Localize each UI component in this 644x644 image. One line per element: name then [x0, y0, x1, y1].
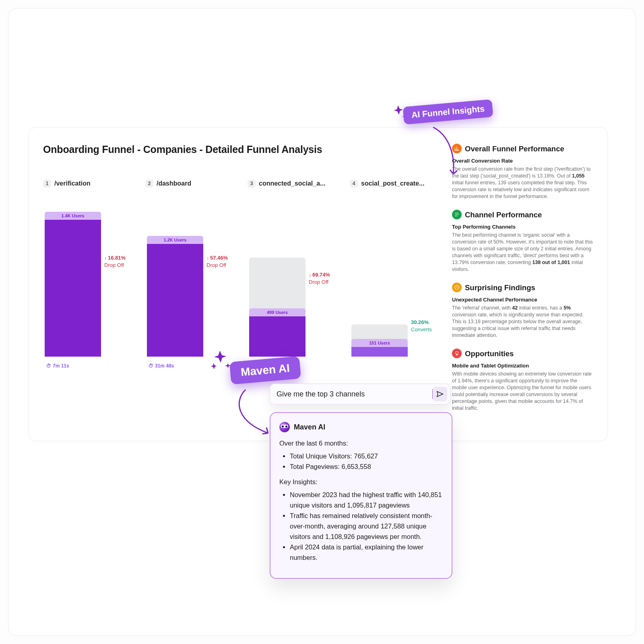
funnel-step: 1 /verification 1.4K Users ↓16.81% Drop …	[43, 180, 140, 357]
step-number: 2	[145, 180, 153, 188]
step-number: 1	[43, 180, 51, 188]
section-title: Surprising Findings	[465, 284, 535, 291]
time-to-next: 31m 48s	[155, 363, 174, 369]
response-bullet: April 2024 data is partial, explaining t…	[290, 542, 443, 563]
response-bullet: Total Unique Visitors: 765,627	[290, 451, 443, 461]
response-bullet: Traffic has remained relatively consiste…	[290, 510, 443, 542]
funnel-step: 3 connected_social_a... 499 Users ↓69.74…	[248, 180, 344, 357]
funnel-step: 4 social_post_create... 151 Users 30.26%…	[350, 180, 446, 357]
response-line: Key Insights:	[279, 477, 443, 487]
section-body: With mobile devices showing an extremely…	[452, 371, 593, 412]
funnel-step: 2 /dashboard 1.2K Users ↓57.46% Drop Off…	[145, 180, 242, 357]
time-to-next: 7m 11s	[53, 363, 69, 369]
section-title: Opportunities	[465, 350, 514, 357]
dropoff-label: Drop Off	[206, 262, 228, 269]
section-subtitle: Mobile and Tablet Optimization	[452, 362, 593, 369]
step-number: 4	[350, 180, 358, 188]
response-author: Maven AI	[294, 422, 325, 432]
section-subtitle: Overall Conversion Rate	[452, 157, 593, 164]
send-icon	[436, 390, 444, 398]
response-bullet: Total Pageviews: 6,653,558	[290, 461, 443, 472]
arrow-down-icon: ↓	[104, 255, 107, 261]
step-name: connected_social_a...	[259, 180, 325, 187]
convert-label: Converts	[411, 326, 432, 333]
send-button[interactable]	[433, 387, 447, 401]
alert-icon	[452, 283, 462, 292]
convert-pct: 30.26%	[411, 319, 432, 326]
section-body: The best performing channel is 'organic …	[452, 232, 593, 273]
step-name: social_post_create...	[361, 180, 424, 187]
arrow-curve-icon	[229, 386, 274, 438]
section-body: The 'referral' channel, with 42 initial …	[452, 305, 593, 339]
dropoff-pct: 57.46%	[210, 255, 228, 261]
users-badge: 1.4K Users	[62, 213, 85, 218]
section-title: Overall Funnel Performance	[465, 145, 564, 152]
maven-response-card: Maven AI Over the last 6 months: Total U…	[270, 412, 452, 579]
section-title: Channel Performance	[465, 211, 542, 218]
list-icon	[452, 210, 462, 219]
bulb-icon	[452, 349, 462, 358]
dropoff-pct: 69.74%	[312, 272, 330, 278]
arrow-down-icon: ↓	[206, 255, 209, 261]
prompt-bar[interactable]	[270, 384, 451, 405]
users-badge: 151 Users	[369, 341, 390, 345]
maven-avatar-icon	[279, 422, 290, 432]
arrow-curve-icon	[417, 123, 457, 180]
section-subtitle: Top Performing Channels	[452, 223, 593, 230]
section-subtitle: Unexpected Channel Performance	[452, 296, 593, 303]
response-line: Over the last 6 months:	[279, 438, 443, 448]
dropoff-label: Drop Off	[309, 279, 330, 286]
step-name: /verification	[54, 180, 91, 187]
dropoff-pct: 16.81%	[108, 255, 126, 261]
clock-icon: ⏱	[46, 363, 51, 369]
users-badge: 1.2K Users	[164, 237, 187, 242]
sparkle-icon	[208, 348, 233, 375]
clock-icon: ⏱	[149, 363, 153, 369]
step-name: /dashboard	[157, 180, 191, 187]
response-bullet: November 2023 had the highest traffic wi…	[290, 489, 443, 510]
page-title: Onboarding Funnel - Companies - Detailed…	[43, 144, 446, 155]
dropoff-label: Drop Off	[104, 262, 126, 269]
section-body: The overall conversion rate from the fir…	[452, 166, 593, 200]
prompt-input[interactable]	[277, 390, 432, 398]
step-number: 3	[248, 180, 256, 188]
users-badge: 499 Users	[267, 310, 288, 315]
arrow-down-icon: ↓	[309, 272, 311, 278]
